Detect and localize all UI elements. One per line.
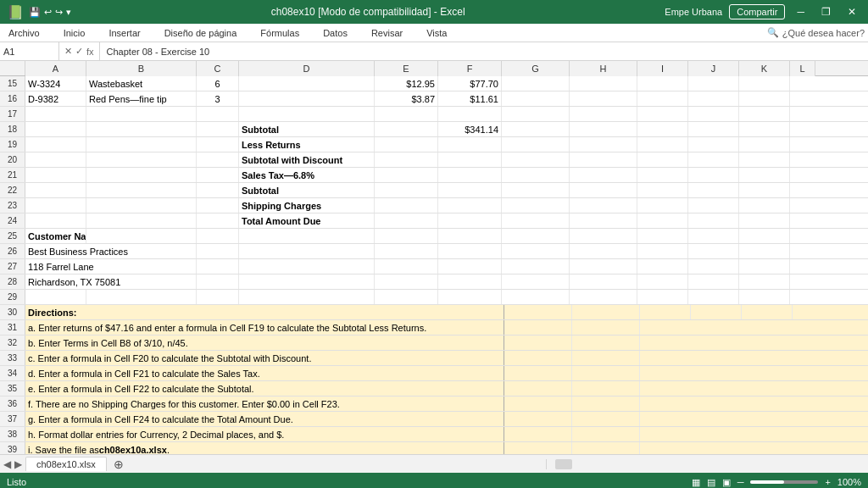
grid-scroll[interactable]: 15 W-3324 Wastebasket 6 $12.95 $77.70 16… bbox=[0, 76, 868, 454]
cell-h17[interactable] bbox=[570, 107, 637, 121]
col-header-e[interactable]: E bbox=[375, 61, 438, 76]
cell-a38[interactable]: h. Format dollar entries for Currency, 2… bbox=[25, 427, 504, 441]
restore-button[interactable]: ❐ bbox=[816, 6, 836, 18]
cell-a28[interactable]: Richardson, TX 75081 bbox=[25, 274, 197, 289]
undo-icon[interactable]: ↩ bbox=[44, 7, 52, 18]
cell-k16[interactable] bbox=[739, 92, 790, 106]
col-header-j[interactable]: J bbox=[688, 61, 739, 76]
cell-j25[interactable] bbox=[688, 229, 739, 243]
tab-vista[interactable]: Vista bbox=[421, 26, 452, 40]
cell-h19[interactable] bbox=[570, 137, 637, 152]
cell-c16[interactable]: 3 bbox=[197, 92, 239, 106]
cell-h15[interactable] bbox=[570, 76, 637, 91]
cell-i16[interactable] bbox=[637, 92, 688, 106]
cell-h26[interactable] bbox=[570, 244, 637, 258]
sheet-nav-right[interactable]: ▶ bbox=[14, 458, 22, 470]
cell-e29[interactable] bbox=[375, 290, 438, 304]
cell-f16[interactable]: $11.61 bbox=[438, 92, 502, 106]
cell-d22[interactable]: Subtotal bbox=[239, 183, 375, 197]
cell-f18[interactable]: $341.14 bbox=[438, 122, 502, 136]
cell-a31[interactable]: a. Enter returns of $47.16 and enter a f… bbox=[25, 320, 504, 335]
cell-i24[interactable] bbox=[637, 214, 688, 228]
cell-f29[interactable] bbox=[438, 290, 502, 304]
cell-h25[interactable] bbox=[570, 229, 637, 243]
cell-i26[interactable] bbox=[637, 244, 688, 258]
cell-b21[interactable] bbox=[86, 168, 197, 182]
tab-diseno[interactable]: Diseño de página bbox=[159, 26, 242, 40]
cell-f27[interactable] bbox=[438, 259, 502, 274]
cell-g23[interactable] bbox=[502, 198, 570, 213]
cell-a33[interactable]: c. Enter a formula in Cell F20 to calcul… bbox=[25, 351, 504, 365]
cell-j26[interactable] bbox=[688, 244, 739, 258]
cell-a23[interactable] bbox=[25, 198, 86, 213]
cell-f24[interactable] bbox=[438, 214, 502, 228]
col-header-l[interactable]: L bbox=[790, 61, 815, 76]
cell-g37[interactable] bbox=[504, 412, 572, 426]
cell-e19[interactable] bbox=[375, 137, 438, 152]
cell-a34[interactable]: d. Enter a formula in Cell F21 to calcul… bbox=[25, 366, 504, 380]
cell-e23[interactable] bbox=[375, 198, 438, 213]
cell-d27[interactable] bbox=[239, 259, 375, 274]
cell-b15[interactable]: Wastebasket bbox=[86, 76, 197, 91]
minimize-button[interactable]: ─ bbox=[792, 6, 810, 18]
cell-g33[interactable] bbox=[504, 351, 572, 365]
cell-b24[interactable] bbox=[86, 214, 197, 228]
cell-c28[interactable] bbox=[197, 274, 239, 289]
cell-g17[interactable] bbox=[502, 107, 570, 121]
cell-b29[interactable] bbox=[86, 290, 197, 304]
cell-a24[interactable] bbox=[25, 214, 86, 228]
horizontal-scrollbar[interactable] bbox=[546, 459, 868, 469]
col-header-h[interactable]: H bbox=[570, 61, 637, 76]
cell-j23[interactable] bbox=[688, 198, 739, 213]
col-header-i[interactable]: I bbox=[637, 61, 688, 76]
cell-k17[interactable] bbox=[739, 107, 790, 121]
cell-a30[interactable]: Directions: bbox=[25, 305, 504, 319]
cell-h23[interactable] bbox=[570, 198, 637, 213]
cell-e28[interactable] bbox=[375, 274, 438, 289]
view-layout-icon[interactable]: ▤ bbox=[707, 477, 715, 488]
cell-i28[interactable] bbox=[637, 274, 688, 289]
cell-c19[interactable] bbox=[197, 137, 239, 152]
cell-g26[interactable] bbox=[502, 244, 570, 258]
cell-i18[interactable] bbox=[637, 122, 688, 136]
tab-inicio[interactable]: Inicio bbox=[58, 26, 91, 40]
cell-d29[interactable] bbox=[239, 290, 375, 304]
share-button[interactable]: Compartir bbox=[729, 4, 785, 19]
cell-e26[interactable] bbox=[375, 244, 438, 258]
cell-j24[interactable] bbox=[688, 214, 739, 228]
cell-a15[interactable]: W-3324 bbox=[25, 76, 86, 91]
cell-f19[interactable] bbox=[438, 137, 502, 152]
cell-d16[interactable] bbox=[239, 92, 375, 106]
cell-b25[interactable] bbox=[86, 229, 197, 243]
cell-k23[interactable] bbox=[739, 198, 790, 213]
cell-d23[interactable]: Shipping Charges bbox=[239, 198, 375, 213]
cell-h33[interactable] bbox=[572, 351, 640, 365]
cell-e20[interactable] bbox=[375, 152, 438, 167]
zoom-out-icon[interactable]: ─ bbox=[737, 477, 744, 487]
cell-b22[interactable] bbox=[86, 183, 197, 197]
cell-e15[interactable]: $12.95 bbox=[375, 76, 438, 91]
cell-a37[interactable]: g. Enter a formula in Cell F24 to calcul… bbox=[25, 412, 504, 426]
cell-d21[interactable]: Sales Tax—6.8% bbox=[239, 168, 375, 182]
tab-revisar[interactable]: Revisar bbox=[366, 26, 408, 40]
cell-c22[interactable] bbox=[197, 183, 239, 197]
cell-f15[interactable]: $77.70 bbox=[438, 76, 502, 91]
cell-h16[interactable] bbox=[570, 92, 637, 106]
cell-j21[interactable] bbox=[688, 168, 739, 182]
cell-j30[interactable] bbox=[691, 305, 742, 319]
cell-d19[interactable]: Less Returns bbox=[239, 137, 375, 152]
cell-i17[interactable] bbox=[637, 107, 688, 121]
cell-g31[interactable] bbox=[504, 320, 572, 335]
cell-h28[interactable] bbox=[570, 274, 637, 289]
cell-g15[interactable] bbox=[502, 76, 570, 91]
cell-a29[interactable] bbox=[25, 290, 86, 304]
cell-j29[interactable] bbox=[688, 290, 739, 304]
cell-a21[interactable] bbox=[25, 168, 86, 182]
cell-k24[interactable] bbox=[739, 214, 790, 228]
cell-k26[interactable] bbox=[739, 244, 790, 258]
cell-e18[interactable] bbox=[375, 122, 438, 136]
cell-j16[interactable] bbox=[688, 92, 739, 106]
cell-k21[interactable] bbox=[739, 168, 790, 182]
add-sheet-button[interactable]: ⊕ bbox=[107, 456, 131, 473]
cell-g35[interactable] bbox=[504, 381, 572, 396]
